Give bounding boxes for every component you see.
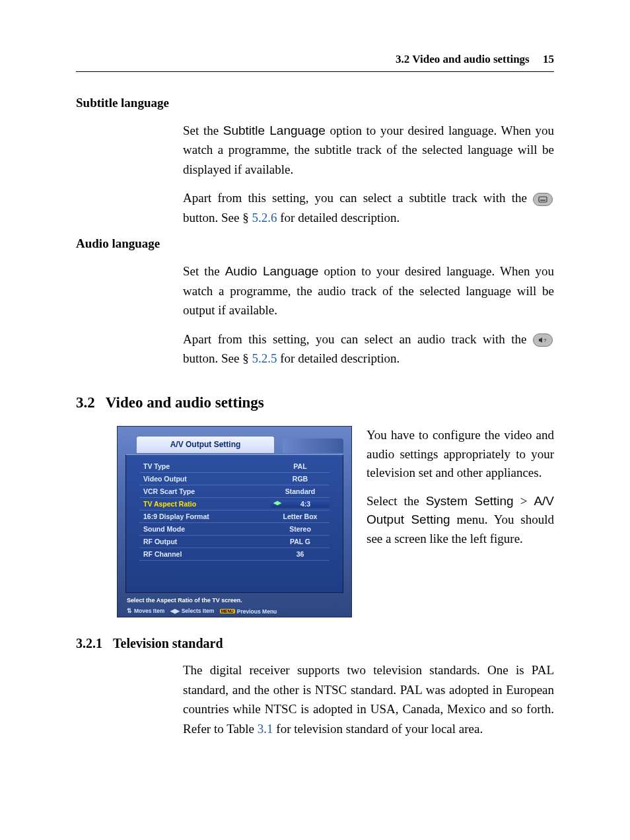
audio-button-icon: ?: [533, 333, 553, 347]
osd-secondary-tab: [283, 438, 343, 453]
osd-row: RF Channel36: [139, 548, 330, 561]
osd-row-label: TV Type: [139, 462, 271, 470]
section-heading: 3.2 Video and audio settings: [76, 394, 554, 411]
osd-row-value: Standard: [271, 487, 330, 495]
text: for detailed description.: [277, 351, 400, 365]
text: button. See §: [183, 211, 252, 225]
text: Select the: [367, 494, 426, 508]
heading-audio-language: Audio language: [76, 236, 554, 251]
text: Set the: [183, 264, 225, 278]
osd-row: Sound ModeStereo: [139, 523, 330, 536]
svg-rect-1: [540, 199, 545, 200]
page-number: 15: [543, 53, 554, 65]
option-label-subtitle-language: Subtitle Language: [223, 123, 326, 137]
svg-rect-0: [539, 197, 547, 202]
svg-text:?: ?: [543, 337, 547, 343]
osd-footer: ⇅Moves Item ◀▶Selects Item MENUPrevious …: [125, 605, 343, 617]
text: Set the: [183, 123, 223, 137]
leftright-icon: ◀▶: [170, 608, 180, 614]
osd-row-label: TV Aspect Ratio: [139, 500, 271, 508]
osd-row-value: 36: [271, 550, 330, 558]
subsection-title: Television standard: [113, 636, 223, 651]
osd-row: TV TypePAL: [139, 460, 330, 473]
crossref-5-2-6[interactable]: 5.2.6: [252, 211, 277, 225]
osd-footer-selects: Selects Item: [182, 608, 215, 614]
body-audio-language: Set the Audio Language option to your de…: [183, 262, 554, 368]
osd-row: RF OutputPAL G: [139, 536, 330, 548]
menu-path-system-setting: System Setting: [426, 494, 514, 508]
body-television-standard: The digital receiver supports two televi…: [183, 660, 554, 738]
section-number: 3.2: [76, 394, 95, 411]
osd-row-value: 4:3: [271, 500, 330, 508]
heading-subtitle-language: Subtitle language: [76, 96, 554, 110]
text: >: [514, 494, 534, 508]
osd-row-label: RF Output: [139, 538, 271, 545]
figure-av-output-setting: A/V Output Setting TV TypePALVideo Outpu…: [117, 426, 352, 617]
subsection-heading: 3.2.1 Television standard: [76, 636, 554, 651]
osd-footer-moves: Moves Item: [134, 608, 164, 614]
osd-row-label: VCR Scart Type: [139, 487, 271, 495]
running-header: 3.2 Video and audio settings 15: [76, 53, 554, 72]
option-label-audio-language: Audio Language: [225, 264, 319, 278]
text: You have to configure the video and audi…: [367, 426, 554, 483]
osd-row-label: RF Channel: [139, 550, 271, 558]
osd-row: VCR Scart TypeStandard: [139, 485, 330, 498]
menu-badge-icon: MENU: [220, 609, 235, 613]
subtitle-button-icon: [533, 193, 553, 206]
section-title: Video and audio settings: [106, 394, 264, 411]
header-title: 3.2 Video and audio settings: [396, 53, 530, 65]
osd-row-label: 16:9 Display Format: [139, 512, 271, 520]
osd-help-text: Select the Aspect Ratio of the TV screen…: [125, 593, 343, 605]
crossref-5-2-5[interactable]: 5.2.5: [252, 351, 277, 365]
osd-row-label: Video Output: [139, 475, 271, 483]
osd-title-tab: A/V Output Setting: [136, 436, 275, 453]
figure-caption-text: You have to configure the video and audi…: [367, 426, 554, 617]
osd-settings-grid: TV TypePALVideo OutputRGBVCR Scart TypeS…: [125, 454, 343, 593]
text: Apart from this setting, you can select …: [183, 191, 533, 205]
text: for television standard of your local ar…: [273, 722, 483, 736]
osd-row: TV Aspect Ratio4:3: [139, 498, 330, 510]
osd-footer-prev: Previous Menu: [237, 608, 277, 615]
subsection-number: 3.2.1: [76, 636, 102, 651]
crossref-table-3-1[interactable]: 3.1: [258, 722, 273, 736]
osd-row-value: RGB: [271, 475, 330, 483]
osd-row-label: Sound Mode: [139, 525, 271, 533]
osd-row-value: PAL: [271, 462, 330, 470]
body-subtitle-language: Set the Subtitle Language option to your…: [183, 121, 554, 227]
osd-row-value: PAL G: [271, 538, 330, 545]
osd-row: 16:9 Display FormatLetter Box: [139, 510, 330, 523]
osd-row: Video OutputRGB: [139, 473, 330, 485]
text: for detailed description.: [277, 211, 400, 225]
osd-row-value: Stereo: [271, 525, 330, 533]
text: button. See §: [183, 351, 252, 365]
text: Apart from this setting, you can select …: [183, 332, 533, 346]
osd-row-value: Letter Box: [271, 512, 330, 520]
updown-icon: ⇅: [127, 608, 132, 614]
